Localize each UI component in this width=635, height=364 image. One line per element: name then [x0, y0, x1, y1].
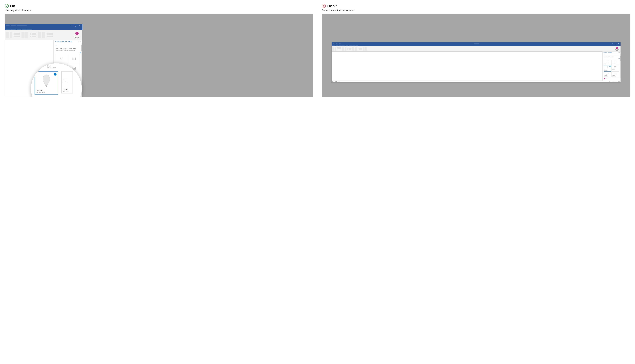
zoom-slider[interactable]	[613, 82, 617, 82]
product-card-below[interactable]	[49, 97, 65, 98]
product-spec: 60 - 65w Equal	[36, 92, 57, 93]
titlebar-placeholder	[339, 43, 340, 44]
taskpane-title: Contoso Parts Catalog	[603, 52, 612, 53]
ribbon-button[interactable]	[22, 32, 25, 38]
selected-check-icon: ✓	[54, 73, 57, 76]
ribbon-tab[interactable]	[22, 29, 27, 30]
ribbon-button[interactable]	[335, 47, 336, 50]
product-card-partial[interactable]: Contos 85w Equ	[61, 71, 73, 94]
zoom-in-button[interactable]: +	[617, 81, 617, 82]
ribbon-button[interactable]	[342, 47, 344, 50]
dont-title: Don't	[327, 4, 337, 8]
zoom-control: − + 100%	[612, 81, 620, 82]
category-row: ≡⊞	[54, 51, 82, 54]
ribbon-tab[interactable]	[339, 46, 342, 46]
ribbon-tabs	[332, 45, 620, 46]
ribbon-tabs	[5, 28, 82, 30]
minimize-button[interactable]: ─	[612, 42, 614, 44]
taskpane-footer: C Contoso	[603, 78, 620, 80]
product-card[interactable]: Contoso60 - 65w Equal	[604, 72, 611, 77]
ribbon-tab[interactable]	[336, 46, 338, 46]
ribbon-button[interactable]	[345, 47, 346, 50]
view-mode-icon[interactable]: ▦	[611, 81, 611, 82]
image-placeholder-icon	[606, 73, 608, 75]
view-mode-icon[interactable]: ▭	[608, 81, 608, 82]
taskpane-close-icon[interactable]: ✕	[80, 40, 81, 42]
ribbon-tab[interactable]	[346, 46, 348, 46]
ribbon-button[interactable]	[363, 47, 364, 50]
addin-ribbon-button[interactable]: Parts CatalogContoso	[73, 32, 81, 38]
taskpane-menu-icon[interactable]: ▾	[79, 40, 80, 42]
maximize-button[interactable]: ▢	[614, 42, 617, 44]
view-mode-icon[interactable]: ▤	[609, 81, 610, 82]
lightbulb-icon	[616, 47, 618, 49]
taskpane: Contoso Parts Catalog ▾✕ ≡ LED - R30 - 2…	[603, 52, 620, 81]
product-card[interactable]: Contoso85w Equal	[611, 65, 619, 72]
zoom-percentage: 100%	[618, 81, 620, 82]
ribbon-button[interactable]	[6, 32, 9, 38]
maximize-button[interactable]: ▢	[73, 24, 77, 27]
addin-ribbon-button[interactable]: Parts CatalogContoso	[615, 47, 620, 51]
zoom-out-button[interactable]: −	[612, 81, 612, 82]
ribbon-button[interactable]	[365, 47, 367, 50]
search-summary: LED - R30 - 2700K - Warm White 16 result…	[603, 55, 620, 58]
taskpane-title: Contoso Parts Catalog	[55, 40, 72, 42]
ribbon-button[interactable]	[38, 32, 41, 38]
close-button[interactable]: ✕	[78, 24, 81, 27]
product-card[interactable]: Contoso60 - 65w Equal	[604, 60, 611, 65]
titlebar: ─ ▢ ✕	[332, 42, 620, 45]
ribbon-button[interactable]	[25, 32, 28, 38]
image-placeholder-icon	[73, 58, 76, 60]
ribbon-button[interactable]	[355, 47, 357, 50]
ribbon-tab[interactable]	[342, 46, 345, 46]
dont-column: Don't Show content that is too small. ─ …	[322, 4, 630, 98]
scrollbar-thumb[interactable]	[620, 56, 620, 61]
taskpane-close-icon[interactable]: ✕	[619, 52, 620, 53]
product-card-selected[interactable]: ✓Contoso60 - 65w Equal	[604, 65, 611, 72]
hamburger-icon[interactable]: ≡	[603, 53, 620, 55]
ribbon-tab[interactable]	[6, 29, 11, 30]
ribbon-button[interactable]	[10, 32, 12, 38]
ribbon-button[interactable]	[332, 47, 334, 50]
image-placeholder-icon	[614, 73, 616, 75]
lightbulb-icon	[75, 32, 79, 35]
product-card[interactable]: Contoso60 - 65w Equal	[611, 72, 619, 77]
document-canvas[interactable]	[332, 52, 602, 81]
ribbon-tab[interactable]	[17, 29, 21, 30]
scrollbar[interactable]	[620, 54, 620, 78]
search-results-count: 16 results in LED - R30 - 60-65 Watt Equ…	[604, 56, 620, 57]
search-query: LED - R30 - 2700K - Warm White	[56, 48, 81, 50]
minimize-button[interactable]: ─	[69, 24, 73, 27]
image-placeholder-icon	[63, 79, 67, 82]
taskpane-menu-icon[interactable]: ▾	[618, 52, 619, 53]
taskpane-header: Contoso Parts Catalog ▾✕	[603, 52, 620, 53]
ribbon-tab[interactable]	[11, 29, 16, 30]
svg-rect-0	[45, 85, 47, 86]
close-button[interactable]: ✕	[617, 42, 619, 44]
product-card-selected[interactable]: ✓ Contoso 60 - 65w Equal	[35, 71, 58, 95]
ribbon-tab[interactable]	[332, 46, 335, 46]
list-view-icon[interactable]: ≡	[79, 52, 79, 53]
ribbon-button[interactable]	[352, 47, 354, 50]
ribbon-tab[interactable]	[349, 46, 352, 46]
ribbon-tab[interactable]	[355, 46, 358, 46]
titlebar: ─ ▢ ✕	[5, 24, 82, 28]
image-placeholder-icon	[60, 58, 63, 60]
list-view-icon[interactable]: ≡	[618, 58, 619, 59]
image-placeholder-icon	[606, 61, 608, 62]
hamburger-icon[interactable]: ≡	[54, 43, 82, 47]
brand-label: Contoso	[605, 78, 608, 79]
product-card[interactable]	[68, 54, 80, 63]
image-placeholder-icon	[73, 67, 76, 70]
product-card[interactable]: Contoso60 - 65w Equal	[611, 60, 619, 65]
do-preview-frame: ─ ▢ ✕	[5, 14, 313, 98]
ribbon: Parts CatalogContoso	[332, 46, 620, 52]
addin-label: Parts CatalogContoso	[615, 49, 619, 51]
ribbon-button[interactable]	[42, 32, 45, 38]
lightbulb-product-icon	[606, 66, 608, 69]
ribbon-tab[interactable]	[27, 29, 32, 30]
product-card[interactable]	[56, 54, 67, 63]
dont-subtitle: Show content that is too small.	[322, 9, 630, 12]
scrollbar-thumb[interactable]	[81, 45, 82, 51]
ribbon-tab[interactable]	[352, 46, 355, 46]
